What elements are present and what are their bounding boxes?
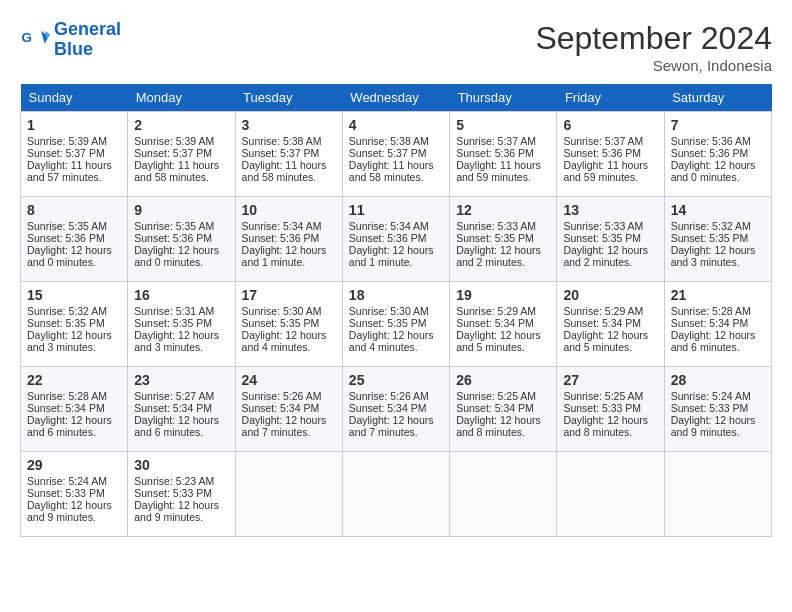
sunset-label: Sunset: 5:35 PM: [134, 317, 212, 329]
daylight-label: Daylight: 12 hours and 7 minutes.: [242, 414, 327, 438]
daylight-label: Daylight: 12 hours and 2 minutes.: [563, 244, 648, 268]
sunset-label: Sunset: 5:35 PM: [242, 317, 320, 329]
sunrise-label: Sunrise: 5:35 AM: [134, 220, 214, 232]
sunset-label: Sunset: 5:36 PM: [242, 232, 320, 244]
sunset-label: Sunset: 5:33 PM: [27, 487, 105, 499]
day-number: 8: [27, 202, 121, 218]
col-friday: Friday: [557, 84, 664, 112]
sunset-label: Sunset: 5:37 PM: [349, 147, 427, 159]
sunset-label: Sunset: 5:33 PM: [671, 402, 749, 414]
table-row: 1Sunrise: 5:39 AMSunset: 5:37 PMDaylight…: [21, 112, 128, 197]
daylight-label: Daylight: 11 hours and 58 minutes.: [242, 159, 327, 183]
sunrise-label: Sunrise: 5:36 AM: [671, 135, 751, 147]
day-number: 7: [671, 117, 765, 133]
sunrise-label: Sunrise: 5:34 AM: [349, 220, 429, 232]
sunrise-label: Sunrise: 5:34 AM: [242, 220, 322, 232]
month-title: September 2024: [535, 20, 772, 57]
sunset-label: Sunset: 5:35 PM: [671, 232, 749, 244]
sunrise-label: Sunrise: 5:30 AM: [349, 305, 429, 317]
daylight-label: Daylight: 12 hours and 5 minutes.: [456, 329, 541, 353]
daylight-label: Daylight: 11 hours and 57 minutes.: [27, 159, 112, 183]
table-row: 6Sunrise: 5:37 AMSunset: 5:36 PMDaylight…: [557, 112, 664, 197]
sunrise-label: Sunrise: 5:31 AM: [134, 305, 214, 317]
sunrise-label: Sunrise: 5:24 AM: [671, 390, 751, 402]
sunset-label: Sunset: 5:35 PM: [563, 232, 641, 244]
sunrise-label: Sunrise: 5:28 AM: [671, 305, 751, 317]
sunset-label: Sunset: 5:34 PM: [671, 317, 749, 329]
day-number: 5: [456, 117, 550, 133]
col-saturday: Saturday: [664, 84, 771, 112]
table-row: 26Sunrise: 5:25 AMSunset: 5:34 PMDayligh…: [450, 367, 557, 452]
sunset-label: Sunset: 5:34 PM: [563, 317, 641, 329]
daylight-label: Daylight: 12 hours and 6 minutes.: [671, 329, 756, 353]
sunset-label: Sunset: 5:33 PM: [563, 402, 641, 414]
logo-text: General Blue: [54, 20, 121, 60]
sunset-label: Sunset: 5:37 PM: [134, 147, 212, 159]
sunrise-label: Sunrise: 5:39 AM: [134, 135, 214, 147]
daylight-label: Daylight: 12 hours and 1 minute.: [242, 244, 327, 268]
day-number: 1: [27, 117, 121, 133]
daylight-label: Daylight: 12 hours and 3 minutes.: [671, 244, 756, 268]
calendar-week-row: 29Sunrise: 5:24 AMSunset: 5:33 PMDayligh…: [21, 452, 772, 537]
sunset-label: Sunset: 5:34 PM: [27, 402, 105, 414]
daylight-label: Daylight: 12 hours and 8 minutes.: [456, 414, 541, 438]
table-row: 30Sunrise: 5:23 AMSunset: 5:33 PMDayligh…: [128, 452, 235, 537]
logo-general: General: [54, 19, 121, 39]
daylight-label: Daylight: 12 hours and 1 minute.: [349, 244, 434, 268]
col-thursday: Thursday: [450, 84, 557, 112]
sunset-label: Sunset: 5:34 PM: [456, 402, 534, 414]
table-row: 29Sunrise: 5:24 AMSunset: 5:33 PMDayligh…: [21, 452, 128, 537]
sunset-label: Sunset: 5:33 PM: [134, 487, 212, 499]
page-header: G General Blue September 2024 Sewon, Ind…: [20, 20, 772, 74]
sunrise-label: Sunrise: 5:39 AM: [27, 135, 107, 147]
col-monday: Monday: [128, 84, 235, 112]
day-number: 20: [563, 287, 657, 303]
sunset-label: Sunset: 5:34 PM: [242, 402, 320, 414]
sunrise-label: Sunrise: 5:29 AM: [563, 305, 643, 317]
day-number: 4: [349, 117, 443, 133]
table-row: [342, 452, 449, 537]
table-row: 7Sunrise: 5:36 AMSunset: 5:36 PMDaylight…: [664, 112, 771, 197]
sunset-label: Sunset: 5:34 PM: [134, 402, 212, 414]
daylight-label: Daylight: 12 hours and 2 minutes.: [456, 244, 541, 268]
sunrise-label: Sunrise: 5:32 AM: [671, 220, 751, 232]
table-row: 15Sunrise: 5:32 AMSunset: 5:35 PMDayligh…: [21, 282, 128, 367]
daylight-label: Daylight: 12 hours and 8 minutes.: [563, 414, 648, 438]
daylight-label: Daylight: 12 hours and 5 minutes.: [563, 329, 648, 353]
sunrise-label: Sunrise: 5:25 AM: [456, 390, 536, 402]
daylight-label: Daylight: 12 hours and 3 minutes.: [27, 329, 112, 353]
svg-text:G: G: [22, 29, 33, 44]
sunset-label: Sunset: 5:36 PM: [671, 147, 749, 159]
table-row: 3Sunrise: 5:38 AMSunset: 5:37 PMDaylight…: [235, 112, 342, 197]
table-row: 13Sunrise: 5:33 AMSunset: 5:35 PMDayligh…: [557, 197, 664, 282]
sunrise-label: Sunrise: 5:38 AM: [349, 135, 429, 147]
sunrise-label: Sunrise: 5:32 AM: [27, 305, 107, 317]
logo-blue: Blue: [54, 39, 93, 59]
day-number: 25: [349, 372, 443, 388]
sunrise-label: Sunrise: 5:35 AM: [27, 220, 107, 232]
day-number: 10: [242, 202, 336, 218]
day-number: 23: [134, 372, 228, 388]
daylight-label: Daylight: 12 hours and 4 minutes.: [349, 329, 434, 353]
table-row: [450, 452, 557, 537]
table-row: 24Sunrise: 5:26 AMSunset: 5:34 PMDayligh…: [235, 367, 342, 452]
day-number: 21: [671, 287, 765, 303]
daylight-label: Daylight: 12 hours and 4 minutes.: [242, 329, 327, 353]
col-tuesday: Tuesday: [235, 84, 342, 112]
table-row: [235, 452, 342, 537]
table-row: [557, 452, 664, 537]
location: Sewon, Indonesia: [535, 57, 772, 74]
sunrise-label: Sunrise: 5:26 AM: [242, 390, 322, 402]
day-number: 14: [671, 202, 765, 218]
calendar-week-row: 15Sunrise: 5:32 AMSunset: 5:35 PMDayligh…: [21, 282, 772, 367]
sunset-label: Sunset: 5:36 PM: [349, 232, 427, 244]
logo-icon: G: [20, 25, 50, 55]
sunrise-label: Sunrise: 5:30 AM: [242, 305, 322, 317]
table-row: 4Sunrise: 5:38 AMSunset: 5:37 PMDaylight…: [342, 112, 449, 197]
table-row: 2Sunrise: 5:39 AMSunset: 5:37 PMDaylight…: [128, 112, 235, 197]
daylight-label: Daylight: 12 hours and 9 minutes.: [671, 414, 756, 438]
day-number: 2: [134, 117, 228, 133]
table-row: 23Sunrise: 5:27 AMSunset: 5:34 PMDayligh…: [128, 367, 235, 452]
daylight-label: Daylight: 12 hours and 6 minutes.: [27, 414, 112, 438]
day-number: 17: [242, 287, 336, 303]
